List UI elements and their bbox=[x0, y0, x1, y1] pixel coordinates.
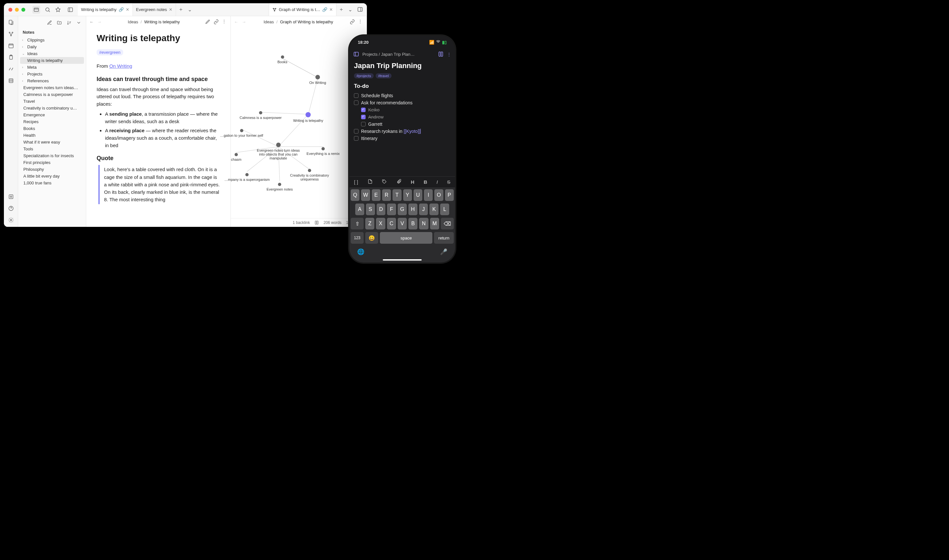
file-item[interactable]: 1,000 true fans bbox=[20, 180, 84, 186]
more-menu-icon[interactable]: ⋮ bbox=[358, 19, 363, 25]
file-item[interactable]: Calmness is a superpower bbox=[20, 91, 84, 98]
close-icon[interactable]: ✕ bbox=[169, 7, 172, 12]
key-m[interactable]: M bbox=[430, 218, 439, 229]
backlinks-count[interactable]: 1 backlink bbox=[293, 220, 310, 225]
checkbox[interactable] bbox=[354, 100, 358, 105]
file-browser-icon[interactable] bbox=[32, 6, 40, 14]
file-item[interactable]: Evergreen notes turn ideas… bbox=[20, 84, 84, 91]
brackets-icon[interactable]: [ ] bbox=[354, 179, 358, 185]
file-item[interactable]: Creativity is combinatory u… bbox=[20, 105, 84, 111]
wikilink-on-writing[interactable]: On Writing bbox=[109, 63, 132, 69]
collapse-icon[interactable] bbox=[76, 20, 82, 25]
graph-view-icon[interactable] bbox=[8, 31, 14, 37]
attachment-icon[interactable] bbox=[396, 179, 401, 185]
new-tab-button[interactable]: ＋ bbox=[176, 3, 186, 16]
file-item[interactable]: A little bit every day bbox=[20, 173, 84, 180]
new-tab-button[interactable]: ＋ bbox=[337, 3, 346, 16]
tab-graph-view[interactable]: Graph of Writing is t… 🔗 ✕ bbox=[269, 3, 337, 16]
folder-ideas[interactable]: ⌄Ideas bbox=[20, 50, 84, 57]
folder-meta[interactable]: ›Meta bbox=[20, 64, 84, 71]
key-n[interactable]: N bbox=[419, 218, 428, 229]
tab-list-chevron-icon[interactable]: ⌄ bbox=[346, 6, 354, 12]
folder-references[interactable]: ›References bbox=[20, 77, 84, 84]
breadcrumb[interactable]: Ideas / Graph of Writing is telepathy bbox=[249, 20, 347, 24]
key-d[interactable]: D bbox=[377, 203, 386, 215]
heading-icon[interactable]: H bbox=[411, 179, 415, 185]
key-v[interactable]: V bbox=[398, 218, 407, 229]
tag-evergreen[interactable]: #evergreen bbox=[97, 49, 123, 55]
bookmark-icon[interactable] bbox=[55, 7, 61, 12]
home-indicator[interactable] bbox=[383, 259, 421, 260]
todo-item[interactable]: Keiko bbox=[354, 106, 451, 114]
todo-item[interactable]: Research ryokans in [[Kyoto]] bbox=[354, 128, 451, 135]
help-icon[interactable] bbox=[8, 205, 14, 211]
editor-content[interactable]: Writing is telepathy #evergreen From On … bbox=[86, 28, 231, 209]
link-pane-icon[interactable] bbox=[214, 19, 219, 25]
sort-icon[interactable] bbox=[66, 20, 72, 25]
forward-button[interactable]: → bbox=[242, 20, 247, 24]
todo-item[interactable]: Ask for recommendations bbox=[354, 99, 451, 106]
link-pane-icon[interactable] bbox=[350, 19, 355, 25]
file-item[interactable]: What if it were easy bbox=[20, 139, 84, 146]
globe-icon[interactable]: 🌐 bbox=[357, 248, 364, 255]
key-c[interactable]: C bbox=[387, 218, 396, 229]
breadcrumb[interactable]: Projects / Japan Trip Plan… bbox=[362, 52, 435, 57]
todo-item[interactable]: Andrew bbox=[354, 114, 451, 120]
graph-node[interactable]: …gation to your former self bbox=[220, 129, 263, 137]
graph-node[interactable]: Creativity is combinatory uniqueness bbox=[287, 169, 332, 181]
file-icon[interactable] bbox=[368, 179, 373, 185]
graph-node[interactable]: Evergreen notes turn ideas into objects … bbox=[256, 143, 301, 160]
key-a[interactable]: A bbox=[355, 203, 364, 215]
file-item[interactable]: Recipes bbox=[20, 118, 84, 125]
phone-editor[interactable]: Japan Trip Planning #projects#travel To-… bbox=[349, 60, 455, 142]
tab-list-chevron-icon[interactable]: ⌄ bbox=[186, 3, 194, 16]
file-item[interactable]: Tools bbox=[20, 146, 84, 152]
key-i[interactable]: I bbox=[424, 189, 433, 201]
key-g[interactable]: G bbox=[398, 203, 407, 215]
return-key[interactable]: return bbox=[434, 232, 454, 244]
numbers-key[interactable]: 123 bbox=[351, 232, 364, 244]
right-sidebar-toggle-icon[interactable] bbox=[357, 6, 363, 12]
checkbox[interactable] bbox=[361, 115, 366, 119]
key-p[interactable]: P bbox=[445, 189, 454, 201]
edit-mode-icon[interactable] bbox=[205, 19, 210, 25]
key-q[interactable]: Q bbox=[351, 189, 360, 201]
new-folder-icon[interactable] bbox=[57, 20, 62, 25]
file-writing-is-telepathy[interactable]: Writing is telepathy bbox=[20, 57, 84, 64]
key-r[interactable]: R bbox=[382, 189, 391, 201]
checkbox[interactable] bbox=[354, 129, 358, 134]
key-x[interactable]: X bbox=[376, 218, 385, 229]
key-l[interactable]: L bbox=[440, 203, 449, 215]
minimize-window-button[interactable] bbox=[15, 8, 19, 12]
file-item[interactable]: Philosophy bbox=[20, 166, 84, 173]
key-b[interactable]: B bbox=[408, 218, 417, 229]
back-button[interactable]: ← bbox=[234, 20, 239, 24]
strikethrough-icon[interactable]: S bbox=[447, 179, 451, 185]
checkbox[interactable] bbox=[361, 108, 366, 112]
graph-node[interactable]: Calmness is a superpower bbox=[240, 111, 281, 120]
key-s[interactable]: S bbox=[366, 203, 375, 215]
folder-daily[interactable]: ›Daily bbox=[20, 43, 84, 50]
graph-node[interactable]: Evergreen notes bbox=[266, 183, 293, 191]
italic-icon[interactable]: I bbox=[437, 179, 438, 185]
clipboard-icon[interactable] bbox=[8, 54, 14, 60]
graph-node[interactable]: chasm bbox=[231, 153, 241, 162]
new-note-icon[interactable] bbox=[47, 20, 52, 25]
command-palette-icon[interactable] bbox=[8, 66, 14, 72]
graph-node[interactable]: Everything is a remix bbox=[307, 147, 340, 155]
key-k[interactable]: K bbox=[429, 203, 438, 215]
file-item[interactable]: Emergence bbox=[20, 111, 84, 118]
search-icon[interactable] bbox=[45, 7, 51, 12]
reading-mode-icon[interactable] bbox=[314, 220, 319, 225]
close-window-button[interactable] bbox=[8, 8, 12, 12]
file-item[interactable]: First principles bbox=[20, 159, 84, 166]
file-item[interactable]: Health bbox=[20, 132, 84, 139]
shift-key[interactable]: ⇧ bbox=[351, 218, 364, 229]
bold-icon[interactable]: B bbox=[424, 179, 427, 185]
tab-evergreen-notes[interactable]: Evergreen notes ✕ bbox=[133, 3, 176, 16]
back-button[interactable]: ← bbox=[89, 20, 95, 24]
sidebar-toggle-icon[interactable] bbox=[68, 7, 73, 12]
graph-canvas[interactable]: BooksOn WritingCalmness is a superpowerW… bbox=[231, 28, 366, 227]
file-item[interactable]: Specialization is for insects bbox=[20, 152, 84, 159]
graph-node[interactable]: …mpany is a superorganism bbox=[224, 173, 270, 182]
